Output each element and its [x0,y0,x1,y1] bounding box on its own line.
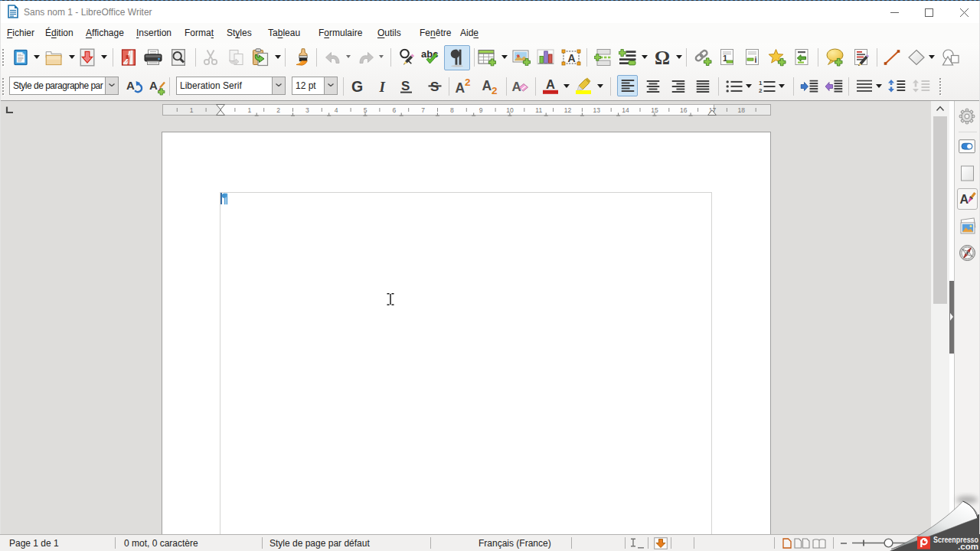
svg-text:12: 12 [564,106,572,114]
svg-text:A: A [546,77,555,91]
svg-text:Ω: Ω [655,49,670,66]
svg-text:18: 18 [738,106,746,114]
svg-text:.com: .com [958,542,978,551]
svg-text:8: 8 [450,106,454,114]
svg-text:2: 2 [276,106,280,114]
svg-text:15: 15 [651,106,658,114]
svg-text:I: I [379,79,386,95]
svg-text:i: i [755,55,757,64]
svg-text:2: 2 [492,85,498,96]
svg-text:10: 10 [506,106,514,114]
svg-text:4: 4 [335,106,338,114]
svg-text:A: A [126,79,135,92]
svg-text:S: S [401,79,410,93]
svg-text:6: 6 [392,106,396,114]
svg-text:2: 2 [465,77,471,88]
svg-text:16: 16 [680,106,688,114]
svg-text:1: 1 [759,80,763,86]
svg-text:A: A [149,79,158,92]
svg-text:A: A [512,80,521,94]
svg-text:A: A [960,193,969,206]
svg-text:1: 1 [247,106,251,114]
svg-text:A: A [456,80,466,96]
svg-text:13: 13 [593,106,601,114]
svg-text:9: 9 [479,106,483,114]
svg-text:2: 2 [759,87,763,94]
svg-text:14: 14 [622,106,629,114]
svg-text:G: G [351,78,363,95]
svg-text:11: 11 [535,106,542,114]
svg-text:7: 7 [421,106,425,114]
svg-text:3: 3 [305,106,309,114]
svg-text:1: 1 [190,106,194,114]
svg-text:A: A [568,52,576,64]
svg-text:5: 5 [364,106,368,114]
svg-text:A: A [482,78,492,93]
